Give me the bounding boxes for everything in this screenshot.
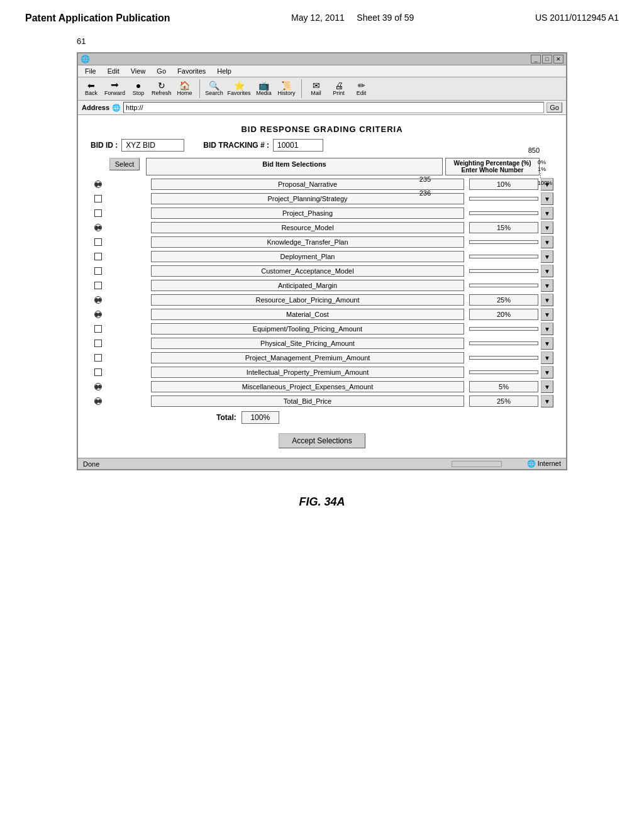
scale-1: 1%: [538, 166, 552, 172]
bid-id-field: BID ID :: [91, 139, 184, 152]
radio-cell[interactable]: [91, 311, 106, 318]
favorites-button[interactable]: ⭐ Favorites: [228, 81, 251, 96]
stop-button[interactable]: ● Stop: [129, 81, 148, 96]
scale-100: 100%: [538, 180, 552, 186]
dropdown-arrow[interactable]: ▼: [541, 337, 553, 350]
main-content: 61 🌐 _ □ ✕ File Edit View Go Favorites H…: [0, 30, 644, 477]
radio-cell[interactable]: [91, 325, 106, 333]
dropdown-arrow[interactable]: ▼: [541, 221, 553, 234]
radio-cell[interactable]: [91, 282, 106, 289]
close-button[interactable]: ✕: [553, 55, 564, 64]
address-label: Address: [82, 104, 109, 111]
refresh-button[interactable]: ↻ Refresh: [152, 81, 172, 96]
radio-cell[interactable]: [91, 267, 106, 275]
dropdown-arrow[interactable]: ▼: [541, 279, 553, 292]
total-row: Total: 100%: [91, 411, 553, 424]
dropdown-arrow[interactable]: ▼: [541, 380, 553, 393]
media-button[interactable]: 📺 Media: [255, 81, 274, 96]
back-button[interactable]: ⬅ Back: [82, 81, 101, 96]
edit-label: Edit: [357, 90, 367, 96]
weight-value: [469, 197, 538, 201]
arrow-label-850: 850: [528, 147, 540, 154]
menu-file[interactable]: File: [83, 67, 98, 75]
print-label: Print: [333, 90, 345, 96]
table-row: Physical_Site_Pricing_Amount▼: [91, 337, 553, 350]
dropdown-arrow[interactable]: ▼: [541, 250, 553, 263]
status-done: Done: [83, 460, 99, 468]
menu-help[interactable]: Help: [215, 67, 233, 75]
forward-button[interactable]: ⮕ Forward: [104, 81, 125, 96]
bid-item-name: Equipment/Tooling_Pricing_Amount: [151, 323, 464, 335]
table-row: Resource_Model15%▼: [91, 221, 553, 234]
right-scale: 0% 1% ⋮ 100%: [536, 158, 553, 187]
dropdown-arrow[interactable]: ▼: [541, 207, 553, 219]
weight-value: 5%: [469, 381, 538, 392]
arrow-label-236: 236: [419, 189, 431, 197]
bid-id-input[interactable]: [121, 139, 184, 152]
search-button[interactable]: 🔍 Search: [205, 81, 224, 96]
radio-cell[interactable]: [91, 368, 106, 376]
table-row: Equipment/Tooling_Pricing_Amount▼: [91, 323, 553, 335]
table-row: Deployment_Plan▼: [91, 250, 553, 263]
dropdown-arrow[interactable]: ▼: [541, 192, 553, 205]
dropdown-arrow[interactable]: ▼: [541, 351, 553, 364]
menu-favorites[interactable]: Favorites: [175, 67, 208, 75]
toolbar-separator-2: [301, 79, 302, 98]
menu-edit[interactable]: Edit: [106, 67, 121, 75]
bid-tracking-input[interactable]: [273, 139, 323, 152]
minimize-button[interactable]: _: [531, 55, 541, 64]
dropdown-arrow[interactable]: ▼: [541, 294, 553, 306]
toolbar-separator: [199, 79, 200, 98]
history-label: History: [278, 90, 296, 96]
table-rows-container: Proposal_Narrative10%▼Project_Planning/S…: [91, 178, 553, 407]
weight-header-text: Weighting Percentage (%)Enter Whole Numb…: [453, 160, 531, 174]
go-button[interactable]: Go: [547, 102, 562, 113]
radio-cell[interactable]: [91, 238, 106, 246]
radio-cell[interactable]: [91, 354, 106, 362]
publication-date: May 12, 2011: [291, 13, 345, 23]
home-button[interactable]: 🏠 Home: [175, 81, 194, 96]
select-button[interactable]: Select: [109, 158, 140, 170]
patent-number: US 2011/0112945 A1: [535, 13, 619, 23]
address-input[interactable]: [123, 102, 544, 113]
dropdown-arrow[interactable]: ▼: [541, 236, 553, 248]
weight-value: [469, 356, 538, 360]
edit-button[interactable]: ✏ Edit: [352, 81, 371, 96]
radio-cell[interactable]: [91, 253, 106, 260]
print-icon: 🖨: [335, 81, 343, 90]
history-button[interactable]: 📜 History: [277, 81, 296, 96]
bid-item-name: Project_Planning/Strategy: [151, 193, 464, 204]
favorites-icon: ⭐: [234, 81, 245, 90]
menu-go[interactable]: Go: [155, 67, 168, 75]
print-button[interactable]: 🖨 Print: [330, 81, 348, 96]
table-row: Material_Cost20%▼: [91, 308, 553, 321]
favorites-label: Favorites: [228, 90, 251, 96]
mail-label: Mail: [311, 90, 321, 96]
weight-value: [469, 341, 538, 345]
radio-cell[interactable]: [91, 195, 106, 202]
dropdown-arrow[interactable]: ▼: [541, 395, 553, 407]
accept-selections-button[interactable]: Accept Selections: [279, 433, 365, 448]
dropdown-arrow[interactable]: ▼: [541, 308, 553, 321]
dropdown-arrow[interactable]: ▼: [541, 265, 553, 277]
mail-button[interactable]: ✉ Mail: [307, 81, 326, 96]
table-row: Resource_Labor_Pricing_Amount25%▼: [91, 294, 553, 306]
radio-cell[interactable]: [91, 340, 106, 347]
radio-cell[interactable]: [91, 296, 106, 304]
dropdown-arrow[interactable]: ▼: [541, 323, 553, 335]
bid-item-name: Proposal_Narrative: [151, 179, 464, 190]
forward-icon: ⮕: [111, 81, 119, 90]
bid-item-name: Project_Phasing: [151, 208, 464, 219]
menu-view[interactable]: View: [129, 67, 148, 75]
table-row: Customer_Acceptance_Model▼: [91, 265, 553, 277]
table-header: Select Bid Item Selections Weighting Per…: [91, 158, 553, 175]
maximize-button[interactable]: □: [542, 55, 552, 64]
edit-icon: ✏: [358, 81, 365, 90]
radio-cell[interactable]: [91, 224, 106, 231]
radio-cell[interactable]: [91, 383, 106, 390]
radio-cell[interactable]: [91, 209, 106, 217]
radio-cell[interactable]: [91, 397, 106, 405]
weight-value: [469, 370, 538, 374]
dropdown-arrow[interactable]: ▼: [541, 366, 553, 379]
radio-cell[interactable]: [91, 180, 106, 188]
